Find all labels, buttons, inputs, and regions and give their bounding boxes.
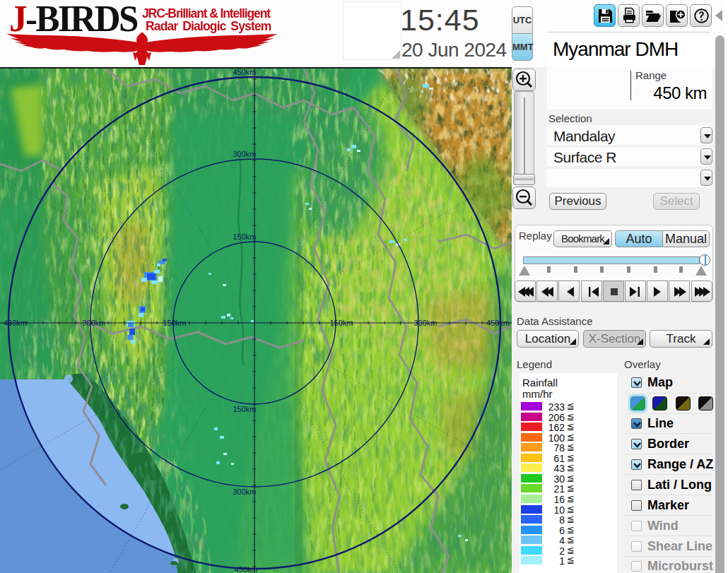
svg-text:300km: 300km — [233, 488, 256, 496]
svg-text:150km: 150km — [233, 405, 256, 413]
svg-text:300km: 300km — [82, 319, 105, 327]
svg-text:150km: 150km — [233, 232, 256, 241]
svg-text:450km: 450km — [233, 69, 256, 76]
svg-text:450km: 450km — [234, 565, 257, 573]
svg-text:450km: 450km — [4, 319, 27, 327]
svg-text:150km: 150km — [163, 319, 186, 327]
svg-text:300km: 300km — [233, 150, 256, 158]
svg-text:300km: 300km — [413, 319, 437, 327]
svg-text:150km: 150km — [329, 319, 353, 327]
svg-text:450km: 450km — [486, 319, 510, 327]
